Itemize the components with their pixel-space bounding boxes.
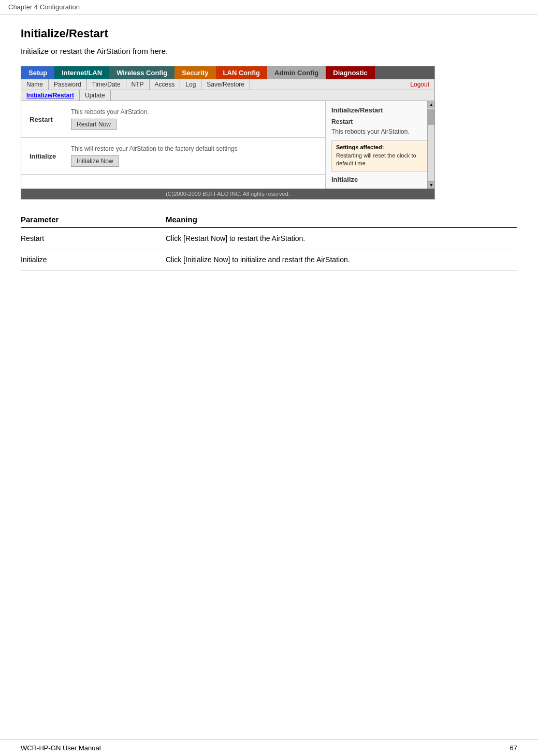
- help-panel-title: Initialize/Restart: [331, 106, 429, 114]
- page-content: Initialize/Restart Initialize or restart…: [0, 15, 538, 291]
- help-restart-title: Restart: [331, 118, 429, 125]
- footer-left: WCR-HP-GN User Manual: [21, 744, 101, 752]
- initialize-content: This will restore your AirStation to the…: [71, 145, 237, 167]
- tab2-access[interactable]: Access: [150, 79, 181, 90]
- restart-now-button[interactable]: Restart Now: [71, 119, 117, 130]
- tab3-initialize-restart[interactable]: Initialize/Restart: [21, 90, 80, 101]
- nav-tabs-row1: Setup Internet/LAN Wireless Config Secur…: [21, 66, 434, 79]
- tab2-name[interactable]: Name: [21, 79, 49, 90]
- tab-wireless-config[interactable]: Wireless Config: [109, 66, 175, 79]
- meaning-restart: Click [Restart Now] to restart the AirSt…: [166, 227, 517, 249]
- scrollbar[interactable]: ▲ ▼: [427, 101, 434, 189]
- left-panel: Restart This reboots your AirStation. Re…: [21, 101, 326, 189]
- restart-section: Restart This reboots your AirStation. Re…: [21, 101, 325, 138]
- param-initialize: Initialize: [21, 249, 166, 270]
- help-restart-text: This reboots your AirStation.: [331, 127, 429, 136]
- tab-setup[interactable]: Setup: [21, 66, 54, 79]
- meaning-initialize: Click [Initialize Now] to initialize and…: [166, 249, 517, 270]
- tab-security[interactable]: Security: [175, 66, 215, 79]
- nav-tabs-row2: Name Password Time/Date NTP Access Log S…: [21, 79, 434, 90]
- table-row: Initialize Click [Initialize Now] to ini…: [21, 249, 517, 270]
- page-subtitle: Initialize or restart the AirStation fro…: [21, 47, 517, 55]
- tab2-ntp[interactable]: NTP: [126, 79, 150, 90]
- tab-internet-lan[interactable]: Internet/LAN: [54, 66, 109, 79]
- tab2-timedate[interactable]: Time/Date: [87, 79, 126, 90]
- logout-link[interactable]: Logout: [410, 81, 429, 88]
- param-restart: Restart: [21, 227, 166, 249]
- settings-affected-box: Settings affected: Restarting will reset…: [331, 140, 429, 172]
- restart-content: This reboots your AirStation. Restart No…: [71, 108, 149, 130]
- tab-admin-config[interactable]: Admin Config: [267, 66, 326, 79]
- page-title: Initialize/Restart: [21, 27, 517, 40]
- col-param-header: Parameter: [21, 215, 166, 227]
- initialize-label: Initialize: [30, 152, 71, 160]
- bottom-footer: WCR-HP-GN User Manual 67: [0, 739, 538, 756]
- settings-affected-text: Restarting will reset the clock to defau…: [336, 152, 425, 168]
- initialize-description: This will restore your AirStation to the…: [71, 145, 237, 152]
- scroll-up-button[interactable]: ▲: [428, 101, 434, 108]
- chapter-title: Chapter 4 Configuration: [8, 3, 80, 11]
- restart-description: This reboots your AirStation.: [71, 108, 149, 116]
- tab2-password[interactable]: Password: [49, 79, 87, 90]
- col-meaning-header: Meaning: [166, 215, 517, 227]
- right-panel: Initialize/Restart Restart This reboots …: [326, 101, 434, 189]
- tab3-update[interactable]: Update: [80, 90, 111, 101]
- tab-lan-config[interactable]: LAN Config: [216, 66, 267, 79]
- router-footer: (C)2000-2009 BUFFALO INC. All rights res…: [21, 189, 434, 199]
- restart-label: Restart: [30, 116, 71, 123]
- scroll-thumb[interactable]: [428, 109, 434, 125]
- tab2-log[interactable]: Log: [180, 79, 201, 90]
- param-table: Parameter Meaning Restart Click [Restart…: [21, 215, 517, 270]
- help-initialize-label: Initialize: [331, 176, 429, 183]
- initialize-now-button[interactable]: Initialize Now: [71, 155, 119, 167]
- router-ui: Setup Internet/LAN Wireless Config Secur…: [21, 66, 435, 199]
- tab2-save-restore[interactable]: Save/Restore: [201, 79, 250, 90]
- tab-diagnostic[interactable]: Diagnostic: [326, 66, 374, 79]
- initialize-section: Initialize This will restore your AirSta…: [21, 138, 325, 175]
- table-row: Restart Click [Restart Now] to restart t…: [21, 227, 517, 249]
- settings-affected-title: Settings affected:: [336, 144, 425, 150]
- chapter-bar: Chapter 4 Configuration: [0, 0, 538, 15]
- router-main-area: Restart This reboots your AirStation. Re…: [21, 101, 434, 189]
- scroll-down-button[interactable]: ▼: [428, 181, 434, 189]
- nav-tabs-row3: Initialize/Restart Update: [21, 90, 434, 101]
- footer-right: 67: [510, 744, 517, 752]
